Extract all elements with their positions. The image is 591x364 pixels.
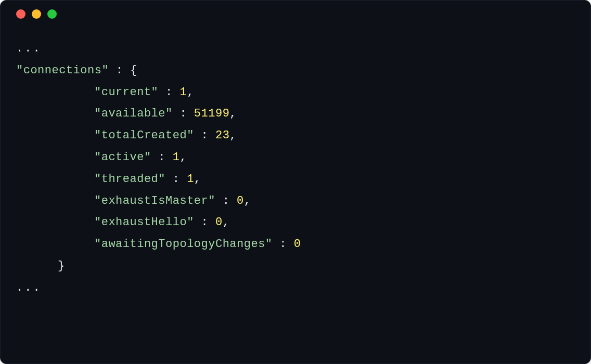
entry-trail: , [229, 107, 237, 120]
root-key: "connections" [16, 64, 109, 77]
entry-key: "exhaustHello" [94, 216, 194, 229]
close-brace-line: } [16, 255, 575, 277]
entry-line: "awaitingTopologyChanges" : 0 [16, 233, 575, 255]
minimize-icon[interactable] [32, 9, 41, 19]
entry-separator: : [158, 86, 179, 99]
entry-value: 0 [215, 216, 223, 229]
entry-separator: : [215, 194, 237, 207]
close-brace: } [58, 259, 65, 272]
entry-line: "totalCreated" : 23, [16, 125, 575, 147]
entry-value: 1 [187, 173, 194, 186]
entry-separator: : [194, 129, 215, 142]
open-brace: : { [109, 64, 137, 77]
entry-key: "awaitingTopologyChanges" [94, 238, 273, 251]
entry-separator: : [194, 216, 215, 229]
entry-value: 51199 [194, 107, 230, 120]
entry-separator: : [151, 151, 173, 164]
entry-key: "active" [94, 151, 151, 164]
entry-key: "available" [94, 107, 173, 120]
entry-trail: , [223, 216, 230, 229]
entry-value: 1 [179, 86, 187, 99]
root-key-line: "connections" : { [16, 60, 575, 82]
terminal-window: ... "connections" : { "current" : 1,"ava… [0, 0, 591, 364]
ellipsis-top: ... [16, 38, 575, 60]
entry-separator: : [173, 107, 194, 120]
title-bar [1, 1, 590, 28]
entry-line: "exhaustIsMaster" : 0, [16, 190, 575, 212]
code-area: ... "connections" : { "current" : 1,"ava… [1, 28, 590, 315]
entry-value: 0 [237, 194, 244, 207]
entry-value: 1 [173, 151, 180, 164]
entry-separator: : [273, 238, 294, 251]
entry-separator: : [165, 173, 187, 186]
entry-key: "current" [94, 86, 158, 99]
entry-value: 0 [294, 238, 301, 251]
entry-trail: , [187, 86, 194, 99]
close-icon[interactable] [16, 9, 25, 19]
entry-trail: , [244, 194, 251, 207]
entry-line: "exhaustHello" : 0, [16, 212, 575, 233]
entry-key: "exhaustIsMaster" [94, 194, 215, 207]
entries-container: "current" : 1,"available" : 51199,"total… [16, 82, 575, 255]
entry-line: "active" : 1, [16, 147, 575, 168]
entry-value: 23 [215, 129, 229, 142]
entry-trail: , [194, 173, 201, 186]
maximize-icon[interactable] [47, 9, 57, 19]
entry-trail: , [229, 129, 237, 142]
ellipsis-bottom: ... [16, 277, 575, 299]
entry-line: "available" : 51199, [16, 103, 575, 125]
entry-line: "current" : 1, [16, 82, 575, 103]
entry-line: "threaded" : 1, [16, 168, 575, 190]
entry-key: "totalCreated" [94, 129, 194, 142]
entry-trail: , [179, 151, 187, 164]
entry-key: "threaded" [94, 173, 165, 186]
